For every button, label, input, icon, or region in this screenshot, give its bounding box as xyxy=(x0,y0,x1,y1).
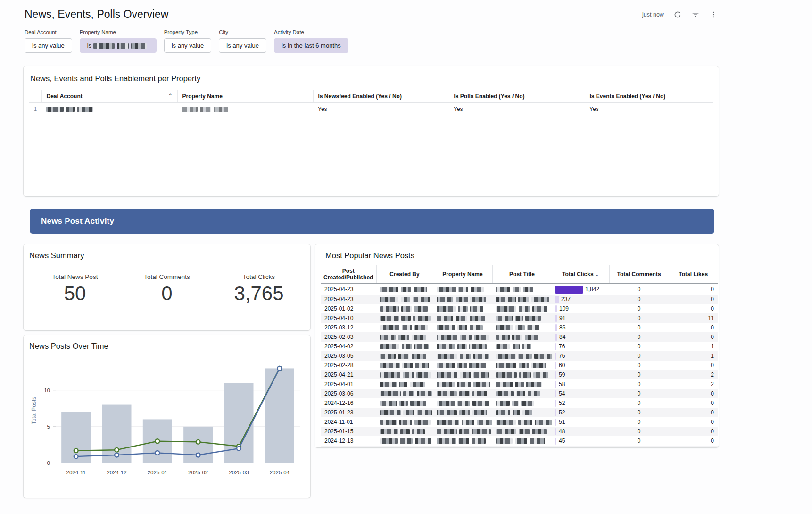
property-name xyxy=(433,284,492,295)
total-clicks: 237 xyxy=(552,295,609,304)
post-date: 2024-12-13 xyxy=(321,436,376,446)
table-row[interactable]: 2024-12-165200 xyxy=(321,398,718,408)
total-clicks: 48 xyxy=(552,427,609,436)
table-row[interactable]: 2025-02-038400 xyxy=(321,332,718,342)
table-row[interactable]: 2024-11-015100 xyxy=(321,417,718,427)
created-by xyxy=(376,379,433,389)
filter-chip[interactable]: is any value xyxy=(219,38,266,53)
column-header[interactable]: Total Likes xyxy=(669,265,718,284)
column-header[interactable]: Is Polls Enabled (Yes / No) xyxy=(449,90,585,103)
refresh-icon[interactable] xyxy=(673,10,682,19)
post-date: 2025-04-01 xyxy=(321,379,376,389)
filter-label: Deal Account xyxy=(25,29,72,35)
property-name xyxy=(433,417,492,427)
redacted-text xyxy=(496,343,534,350)
table-row[interactable]: 2025-02-286000 xyxy=(321,361,718,370)
table-row[interactable]: 2025-04-015802 xyxy=(321,379,718,389)
table-row[interactable]: 2025-03-057601 xyxy=(321,351,718,361)
post-title xyxy=(492,342,552,351)
table-row[interactable]: 2025-04-027601 xyxy=(321,342,718,351)
table-row[interactable]: 2025-04-1091011 xyxy=(321,313,718,323)
post-date: 2025-04-23 xyxy=(321,295,376,304)
redacted-text xyxy=(380,390,433,397)
column-header[interactable]: Property Name xyxy=(177,90,313,103)
post-title xyxy=(492,389,552,398)
redacted-text xyxy=(437,362,489,369)
redacted-text xyxy=(437,419,492,425)
table-row[interactable]: 2025-03-128600 xyxy=(321,323,718,332)
table-row[interactable]: 2024-12-134500 xyxy=(321,436,718,446)
table-row[interactable]: 2025-04-231,84200 xyxy=(321,284,718,295)
filter-label: Property Name xyxy=(80,29,157,35)
redacted-text xyxy=(380,315,433,321)
column-header[interactable]: Post Title xyxy=(492,265,552,284)
total-comments: 0 xyxy=(609,398,669,408)
total-comments: 0 xyxy=(609,427,669,436)
column-header[interactable]: Created By xyxy=(376,265,433,284)
column-header[interactable]: Total Comments xyxy=(609,265,669,284)
total-comments: 0 xyxy=(609,446,669,447)
created-by xyxy=(376,295,433,304)
table-row[interactable]: 2025-03-104300 xyxy=(321,446,718,447)
filter-chip[interactable]: is any value xyxy=(164,38,212,53)
redacted-text xyxy=(380,296,432,303)
redacted-text xyxy=(93,42,149,49)
total-comments: 0 xyxy=(609,295,669,304)
table-row[interactable]: 2025-04-215902 xyxy=(321,370,718,379)
total-comments: 0 xyxy=(609,332,669,342)
column-header[interactable]: Is Newsfeed Enabled (Yes / No) xyxy=(313,90,449,103)
table-row[interactable]: 2025-01-154800 xyxy=(321,427,718,436)
click-data-bar xyxy=(555,324,557,331)
table-row[interactable]: 2025-01-0210900 xyxy=(321,304,718,313)
filter-label: Property Type xyxy=(164,29,212,35)
redacted-text xyxy=(437,296,488,303)
table-row[interactable]: 2025-01-235200 xyxy=(321,408,718,417)
redacted-text xyxy=(437,305,486,312)
post-date: 2025-03-05 xyxy=(321,351,376,361)
column-header[interactable]: Property Name xyxy=(433,265,492,284)
post-title xyxy=(492,313,552,323)
sort-asc-icon: ⌃ xyxy=(168,93,172,98)
property-name xyxy=(433,389,492,398)
table-row[interactable]: 2025-03-065400 xyxy=(321,389,718,398)
total-clicks: 52 xyxy=(552,408,609,417)
column-header[interactable]: Is Events Enabled (Yes / No) xyxy=(585,90,713,103)
kebab-menu-icon[interactable] xyxy=(709,10,718,19)
svg-text:10: 10 xyxy=(44,388,50,393)
post-title xyxy=(492,436,552,446)
column-header[interactable]: Post Created/Published xyxy=(321,265,376,284)
filter-chip[interactable]: is any value xyxy=(25,38,72,53)
news-posts-over-time-chart[interactable]: 05102024-112024-122025-012025-022025-032… xyxy=(29,351,305,488)
total-likes: 1 xyxy=(669,351,718,361)
redacted-text xyxy=(380,305,430,312)
redacted-text xyxy=(496,409,535,416)
total-likes: 0 xyxy=(669,323,718,332)
column-header[interactable]: Deal Account⌃ xyxy=(41,90,177,103)
total-clicks: 58 xyxy=(552,379,609,389)
filter-label: Activity Date xyxy=(274,29,348,35)
table-row[interactable]: 2025-04-2323700 xyxy=(321,295,718,304)
post-date: 2025-04-10 xyxy=(321,313,376,323)
column-header[interactable]: Total Clicks ⌄ xyxy=(552,265,609,284)
post-date: 2025-04-21 xyxy=(321,370,376,379)
created-by xyxy=(376,389,433,398)
click-data-bar xyxy=(555,400,556,407)
filter-chip[interactable]: is xyxy=(80,38,157,53)
click-data-bar xyxy=(555,353,556,360)
enablement-table: Deal Account⌃Property NameIs Newsfeed En… xyxy=(29,90,713,115)
post-date: 2025-04-23 xyxy=(321,284,376,295)
created-by xyxy=(376,408,433,417)
filter-icon[interactable] xyxy=(691,10,700,19)
total-likes: 0 xyxy=(669,427,718,436)
total-clicks: 76 xyxy=(552,342,609,351)
click-data-bar xyxy=(555,296,559,303)
click-data-bar xyxy=(555,343,556,350)
created-by xyxy=(376,427,433,436)
table-row[interactable]: 1YesYesYes xyxy=(29,103,713,116)
created-by xyxy=(376,351,433,361)
filter-chip[interactable]: is in the last 6 months xyxy=(274,38,348,53)
created-by xyxy=(376,332,433,342)
property-name xyxy=(433,313,492,323)
redacted-text xyxy=(380,438,433,444)
total-comments: 0 xyxy=(609,379,669,389)
